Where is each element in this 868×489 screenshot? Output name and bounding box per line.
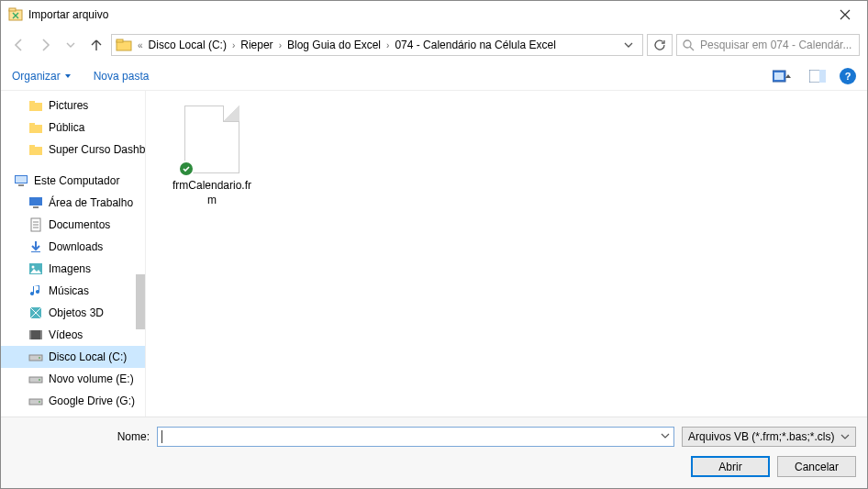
- cancel-button[interactable]: Cancelar: [777, 456, 856, 477]
- img-icon: [28, 261, 43, 276]
- refresh-button[interactable]: [647, 34, 673, 56]
- svg-rect-11: [29, 125, 42, 133]
- new-folder-button[interactable]: Nova pasta: [94, 70, 150, 83]
- sidebar-item-m-sicas[interactable]: Músicas: [1, 280, 145, 302]
- filename-label: Nome:: [12, 430, 150, 443]
- svg-rect-21: [31, 251, 40, 252]
- sidebar-item-documentos[interactable]: Documentos: [1, 214, 145, 236]
- svg-rect-3: [117, 39, 123, 42]
- folder-icon: [116, 37, 132, 53]
- search-input[interactable]: Pesquisar em 074 - Calendár...: [676, 34, 860, 56]
- view-mode-button[interactable]: [770, 66, 796, 86]
- window-title: Importar arquivo: [28, 8, 824, 21]
- titlebar: Importar arquivo: [1, 1, 867, 28]
- svg-rect-9: [29, 103, 42, 111]
- svg-rect-26: [29, 330, 31, 339]
- svg-rect-18: [29, 197, 42, 206]
- help-button[interactable]: ?: [840, 68, 856, 84]
- breadcrumb-dropdown[interactable]: [618, 40, 639, 50]
- footer: Nome: Arquivos VB (*.frm;*.bas;*.cls) Ab…: [1, 417, 867, 488]
- sidebar-item-google-drive-g-[interactable]: Google Drive (G:): [1, 390, 145, 412]
- sidebar-item-downloads[interactable]: Downloads: [1, 236, 145, 258]
- sidebar-item-super-curso[interactable]: Super Curso Dashboards: [1, 139, 145, 161]
- breadcrumb[interactable]: « Disco Local (C:)› Rieper› Blog Guia do…: [111, 34, 643, 56]
- music-icon: [28, 283, 43, 298]
- chevron-right-icon: ›: [383, 40, 393, 50]
- back-button[interactable]: [8, 34, 30, 56]
- crumb-1[interactable]: Rieper: [239, 39, 274, 51]
- crumb-2[interactable]: Blog Guia do Excel: [285, 39, 383, 51]
- obj-icon: [28, 306, 43, 320]
- sidebar-item-computer[interactable]: Este Computador: [1, 170, 145, 192]
- sync-badge-icon: [178, 161, 195, 177]
- sidebar-item-objetos-3d[interactable]: Objetos 3D: [1, 302, 145, 324]
- desktop-icon: [28, 195, 43, 210]
- filetype-select[interactable]: Arquivos VB (*.frm;*.bas;*.cls): [682, 427, 856, 447]
- svg-rect-8: [819, 70, 826, 83]
- svg-point-4: [684, 40, 691, 48]
- preview-pane-button[interactable]: [805, 66, 830, 86]
- drive-icon: [28, 372, 43, 386]
- file-list[interactable]: frmCalendario.frm: [146, 91, 867, 417]
- up-button[interactable]: [85, 34, 107, 56]
- sidebar-item-disco-local-c-[interactable]: Disco Local (C:): [1, 346, 145, 368]
- search-placeholder: Pesquisar em 074 - Calendár...: [700, 39, 851, 51]
- file-name: frmCalendario.frm: [168, 179, 256, 207]
- forward-button[interactable]: [34, 34, 56, 56]
- svg-rect-1: [9, 8, 16, 11]
- search-icon: [683, 39, 695, 51]
- organize-button[interactable]: Organizar: [12, 70, 72, 83]
- drive-icon: [28, 394, 43, 408]
- svg-point-31: [39, 379, 40, 381]
- sidebar: Pictures Pública Super Curso Dashboards …: [1, 91, 146, 417]
- sidebar-item-novo-volume-e-[interactable]: Novo volume (E:): [1, 368, 145, 390]
- crumb-0[interactable]: Disco Local (C:): [147, 39, 228, 51]
- down-icon: [28, 239, 43, 254]
- close-button[interactable]: [824, 1, 865, 28]
- folder-icon: [28, 98, 43, 113]
- svg-rect-6: [774, 72, 784, 80]
- svg-point-33: [39, 401, 40, 403]
- svg-rect-14: [29, 145, 35, 148]
- drive-icon: [28, 350, 43, 364]
- filename-input[interactable]: [157, 427, 674, 447]
- svg-rect-10: [29, 101, 35, 104]
- svg-point-29: [39, 357, 40, 359]
- sidebar-item-imagens[interactable]: Imagens: [1, 258, 145, 280]
- app-icon: [8, 7, 23, 22]
- file-thumbnail: [180, 104, 244, 175]
- sidebar-item-pictures[interactable]: Pictures: [1, 94, 145, 117]
- sidebar-item-publica[interactable]: Pública: [1, 117, 145, 139]
- chevron-down-icon: [64, 72, 72, 80]
- scrollbar-thumb[interactable]: [136, 274, 145, 329]
- doc-icon: [28, 217, 43, 232]
- svg-rect-13: [29, 147, 42, 155]
- folder-icon: [28, 142, 43, 157]
- sidebar-item-v-deos[interactable]: Vídeos: [1, 324, 145, 346]
- svg-rect-27: [40, 330, 42, 339]
- crumb-3[interactable]: 074 - Calendário na Célula Excel: [393, 39, 557, 51]
- svg-rect-16: [16, 176, 27, 183]
- open-button[interactable]: Abrir: [691, 456, 770, 477]
- svg-rect-25: [29, 330, 42, 339]
- svg-point-23: [32, 266, 35, 269]
- file-item[interactable]: frmCalendario.frm: [168, 104, 256, 207]
- recent-dropdown[interactable]: [60, 34, 82, 56]
- toolbar: Organizar Nova pasta ?: [1, 61, 867, 91]
- breadcrumb-prefix: «: [134, 40, 147, 50]
- svg-rect-12: [29, 123, 35, 126]
- chevron-right-icon: ›: [275, 40, 285, 50]
- body: Pictures Pública Super Curso Dashboards …: [1, 91, 867, 417]
- svg-rect-17: [18, 184, 24, 186]
- svg-rect-19: [33, 206, 39, 208]
- chevron-down-icon[interactable]: [661, 431, 670, 440]
- sidebar-item--rea-de-trabalho[interactable]: Área de Trabalho: [1, 192, 145, 214]
- chevron-right-icon: ›: [228, 40, 239, 50]
- video-icon: [28, 328, 43, 342]
- folder-icon: [28, 120, 43, 135]
- chevron-down-icon: [840, 432, 850, 441]
- computer-icon: [14, 173, 28, 188]
- nav-row: « Disco Local (C:)› Rieper› Blog Guia do…: [1, 28, 867, 61]
